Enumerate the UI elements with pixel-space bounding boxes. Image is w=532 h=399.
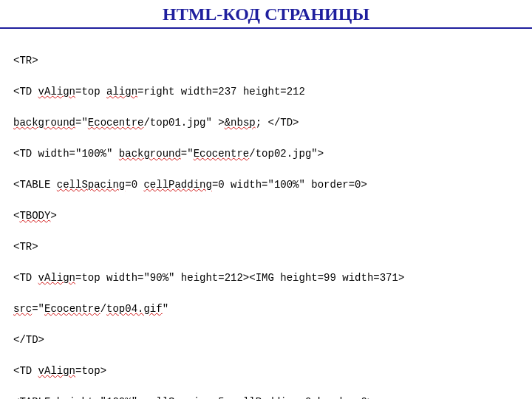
title-text: HTML-КОД СТРАНИЦЫ <box>163 4 369 24</box>
page-title: HTML-КОД СТРАНИЦЫ <box>0 0 532 29</box>
code-block: <TR> <TD vAlign=top align=right width=23… <box>0 29 532 399</box>
